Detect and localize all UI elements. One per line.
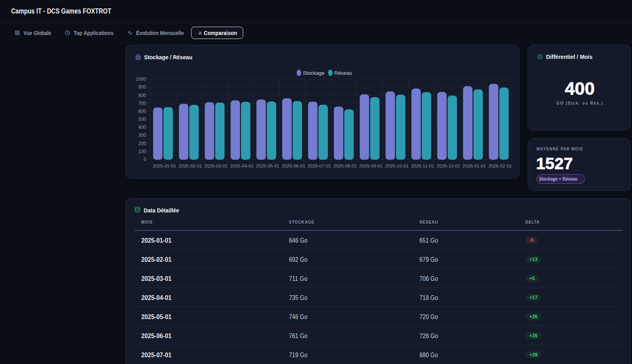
svg-text:2025-03-01: 2025-03-01 bbox=[204, 164, 228, 168]
svg-text:2025-02-01: 2025-02-01 bbox=[178, 164, 202, 168]
svg-text:1000: 1000 bbox=[136, 76, 146, 82]
svg-text:2025-12-01: 2025-12-01 bbox=[437, 164, 460, 168]
svg-text:300: 300 bbox=[138, 132, 146, 138]
svg-text:2025-06-01: 2025-06-01 bbox=[282, 164, 305, 168]
svg-text:2025-01-01: 2025-01-01 bbox=[153, 164, 176, 168]
svg-text:Réseau: Réseau bbox=[334, 70, 352, 76]
svg-text:2025-04-01: 2025-04-01 bbox=[230, 164, 254, 168]
svg-text:400: 400 bbox=[138, 125, 146, 130]
svg-text:800: 800 bbox=[138, 93, 146, 98]
svg-text:2025-11-01: 2025-11-01 bbox=[411, 164, 434, 168]
svg-text:2026-02-01: 2026-02-01 bbox=[488, 164, 512, 168]
svg-text:500: 500 bbox=[138, 117, 146, 122]
svg-text:Stockage: Stockage bbox=[303, 70, 324, 76]
svg-text:2025-09-01: 2025-09-01 bbox=[359, 164, 383, 168]
svg-text:2025-07-01: 2025-07-01 bbox=[308, 164, 331, 168]
svg-text:2026-01-01: 2026-01-01 bbox=[462, 164, 486, 168]
svg-text:900: 900 bbox=[138, 84, 146, 90]
svg-text:100: 100 bbox=[138, 149, 146, 154]
svg-text:2025-05-01: 2025-05-01 bbox=[256, 164, 279, 168]
svg-text:200: 200 bbox=[138, 141, 146, 146]
svg-text:700: 700 bbox=[138, 101, 146, 106]
svg-text:600: 600 bbox=[138, 109, 146, 114]
svg-text:2025-10-01: 2025-10-01 bbox=[385, 164, 409, 168]
svg-text:2025-08-01: 2025-08-01 bbox=[334, 164, 357, 168]
svg-text:0: 0 bbox=[144, 157, 146, 162]
